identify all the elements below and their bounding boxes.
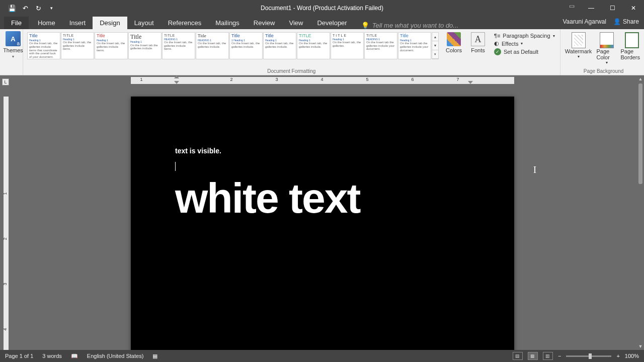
- tab-review[interactable]: Review: [247, 17, 282, 29]
- zoom-level[interactable]: 100%: [625, 353, 639, 359]
- status-language[interactable]: English (United States): [87, 353, 144, 359]
- ruler-tick: 4: [3, 326, 8, 333]
- watermark-button[interactable]: Watermark▾: [565, 32, 593, 65]
- redo-button[interactable]: ↻: [32, 2, 44, 14]
- colors-button[interactable]: Colors: [444, 32, 464, 60]
- horizontal-ruler[interactable]: 1 2 3 4 5 6 7: [10, 75, 644, 84]
- group-label-page-background: Page Background: [565, 67, 643, 74]
- undo-button[interactable]: ↶: [19, 2, 31, 14]
- tab-home[interactable]: Home: [31, 17, 62, 29]
- chevron-down-icon: ▾: [606, 60, 608, 65]
- view-web-button[interactable]: ▥: [543, 352, 553, 360]
- user-name[interactable]: Vaaruni Agarwal: [562, 18, 606, 25]
- page-borders-button[interactable]: Page Borders: [621, 32, 643, 65]
- set-default-label: Set as Default: [504, 49, 538, 55]
- zoom-out-button[interactable]: −: [558, 353, 561, 359]
- ruler-tick: 7: [455, 77, 460, 82]
- zoom-in-button[interactable]: +: [616, 353, 619, 359]
- macro-icon[interactable]: ▦: [152, 353, 157, 359]
- paragraph-spacing-button[interactable]: ¶≡Paragraph Spacing▾: [493, 32, 556, 39]
- page-borders-icon: [625, 32, 639, 48]
- status-page[interactable]: Page 1 of 1: [5, 353, 33, 359]
- gallery-down-icon[interactable]: ▼: [432, 41, 438, 50]
- user-area: Vaaruni Agarwal 👤 Share: [562, 18, 639, 25]
- first-line-indent[interactable]: [174, 75, 179, 78]
- document-area[interactable]: text is visible. white text I: [10, 86, 637, 350]
- view-print-button[interactable]: ▦: [528, 352, 538, 360]
- style-thumb[interactable]: TitleHeading 1On the Insert tab, the gal…: [95, 32, 128, 59]
- style-gallery[interactable]: TitleHeading 1On the Insert tab, the gal…: [27, 31, 439, 60]
- style-thumb[interactable]: TitleHeading 1On the Insert tab the gall…: [128, 32, 162, 59]
- ribbon-display-button[interactable]: ▭: [566, 0, 578, 12]
- gallery-up-icon[interactable]: ▲: [432, 33, 438, 41]
- scroll-thumb[interactable]: [638, 83, 642, 184]
- style-thumb[interactable]: TitleHeading 1On the Insert tab the gall…: [398, 32, 431, 59]
- group-themes: A Themes ▾: [0, 29, 23, 75]
- tab-view[interactable]: View: [282, 17, 310, 29]
- gallery-scroll[interactable]: ▲ ▼ ▾: [432, 32, 439, 59]
- style-thumb[interactable]: TitleHEADING 1On the Insert tab, the gal…: [196, 32, 229, 59]
- style-thumb[interactable]: TitleHEADING 1On the Insert tab the gall…: [364, 32, 397, 59]
- gallery-more-icon[interactable]: ▾: [432, 50, 438, 59]
- save-button[interactable]: 💾: [6, 2, 18, 14]
- heading-text[interactable]: white text: [175, 177, 470, 219]
- tab-layout[interactable]: Layout: [127, 17, 161, 29]
- scroll-down-icon[interactable]: ▼: [637, 343, 644, 350]
- zoom-slider[interactable]: [566, 355, 611, 357]
- qat-customize[interactable]: ▾: [45, 2, 57, 14]
- style-thumb[interactable]: TITLEHeading 1On the Insert tab, the gal…: [331, 32, 364, 59]
- paragraph-icon: ¶≡: [494, 33, 500, 39]
- maximize-button[interactable]: ☐: [602, 0, 623, 16]
- scroll-up-icon[interactable]: ▲: [637, 75, 644, 82]
- style-thumb[interactable]: TitleHeading 1On the Insert tab, the gal…: [263, 32, 296, 59]
- ruler-tick: 4: [319, 77, 325, 82]
- tab-selector[interactable]: L: [2, 78, 9, 85]
- page-borders-label: Page Borders: [621, 48, 643, 60]
- close-button[interactable]: ✕: [623, 0, 644, 16]
- style-thumb[interactable]: TITLEHeading 1On the Insert tab, the gal…: [61, 32, 94, 59]
- tab-insert[interactable]: Insert: [62, 17, 93, 29]
- chevron-down-icon: ▾: [578, 54, 580, 59]
- right-indent[interactable]: [468, 81, 473, 84]
- style-thumb[interactable]: TitleHeading 1On the Insert tab, the gal…: [27, 32, 60, 59]
- page-color-icon: [600, 32, 614, 48]
- page[interactable]: text is visible. white text I: [131, 97, 514, 350]
- style-thumb[interactable]: Title1 Heading 1On the Insert tab, the g…: [229, 32, 263, 59]
- text-cursor: [175, 162, 176, 171]
- share-button[interactable]: 👤 Share: [613, 18, 639, 25]
- proofing-icon[interactable]: 📖: [71, 353, 78, 359]
- themes-button[interactable]: A Themes ▾: [4, 31, 22, 59]
- tab-design[interactable]: Design: [93, 17, 127, 29]
- style-thumb[interactable]: TITLEHeading 1On the Insert tab, the gal…: [297, 32, 330, 59]
- page-color-button[interactable]: Page Color▾: [597, 32, 617, 65]
- style-thumb[interactable]: TITLEHEADING 1On the Insert tab, the gal…: [162, 32, 195, 59]
- effects-button[interactable]: ◐Effects▾: [493, 40, 556, 47]
- fonts-button[interactable]: A Fonts: [468, 32, 488, 60]
- ribbon: File Home Insert Design Layout Reference…: [0, 16, 644, 75]
- window-controls: ▭ — ☐ ✕: [566, 0, 644, 16]
- ruler-tick: 1: [3, 190, 8, 197]
- tab-developer[interactable]: Developer: [310, 17, 354, 29]
- watermark-label: Watermark: [565, 48, 592, 54]
- themes-label: Themes: [3, 47, 23, 53]
- chevron-down-icon: ▾: [521, 41, 523, 46]
- tab-references[interactable]: References: [161, 17, 208, 29]
- page-color-label: Page Color: [597, 48, 617, 60]
- vertical-ruler[interactable]: 1 2 3 4: [0, 85, 10, 350]
- ruler-tick: 5: [365, 77, 370, 82]
- fonts-label: Fonts: [471, 47, 485, 53]
- hanging-indent[interactable]: [174, 81, 179, 84]
- view-read-button[interactable]: ▤: [513, 352, 523, 360]
- formatting-options: ¶≡Paragraph Spacing▾ ◐Effects▾ ✓Set as D…: [493, 31, 556, 60]
- group-label-document-formatting: Document Formatting: [27, 67, 556, 74]
- status-words[interactable]: 3 words: [42, 353, 62, 359]
- page-content[interactable]: text is visible. white text: [131, 97, 514, 219]
- set-default-button[interactable]: ✓Set as Default: [493, 48, 556, 56]
- tell-me-search[interactable]: 💡 Tell me what you want to do...: [354, 22, 459, 29]
- tab-file[interactable]: File: [4, 17, 29, 29]
- tab-mailings[interactable]: Mailings: [208, 17, 247, 29]
- vertical-scrollbar[interactable]: ▲ ▼: [637, 75, 644, 350]
- group-document-formatting: TitleHeading 1On the Insert tab, the gal…: [23, 29, 560, 75]
- body-text-line[interactable]: text is visible.: [175, 147, 470, 155]
- minimize-button[interactable]: —: [581, 0, 602, 16]
